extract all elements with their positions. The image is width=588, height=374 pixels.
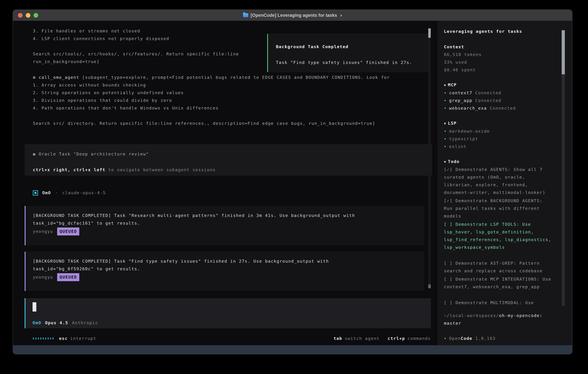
todo-item: [✓] Demonstrate AGENTS: Show all 7 curat… (444, 166, 552, 197)
context-section: Context 66,518 tokens 33% used $0.46 spe… (444, 43, 482, 74)
esc-key-hint: esc (59, 335, 68, 342)
background-task-card: [BACKGROUND TASK COMPLETED] Task "Find t… (25, 252, 424, 291)
window-bottom-bar (13, 345, 572, 354)
lsp-server-row: •markdown-oxide (444, 127, 490, 135)
separator-dot: · (55, 189, 58, 197)
todo-item: [ ] Demonstrate MCP INTEGRATIONS: Use co… (444, 275, 552, 291)
tool-line: 2. String operations on potentially unde… (33, 89, 390, 97)
todo-section-header[interactable]: ▼Todo (444, 158, 552, 166)
window-title-group: [OpenCode] Leveraging agents for tasks ◑ (13, 13, 572, 18)
scrollbar-thumb[interactable] (428, 28, 431, 38)
session-sidebar: Leveraging agents for tasks Context 66,5… (438, 21, 572, 345)
todo-item: [✓] Demonstrate BACKGROUND AGENTS: Run p… (444, 197, 552, 220)
status-dot-icon: • (444, 98, 447, 103)
scrollbar-thumb[interactable] (562, 30, 565, 74)
mcp-section: ▼MCP •context7 Connected •grep_app Conne… (444, 81, 516, 112)
text-cursor (32, 302, 36, 312)
scrollbar-end[interactable] (428, 284, 431, 288)
background-task-notification: Background Task Completed Task "Find typ… (267, 34, 430, 72)
version-row: •OpenCode 1.0.163 (444, 335, 495, 342)
todo-item: [ ] Demonstrate AST-GREP: Pattern search… (444, 260, 552, 275)
fisheye-icon: ◉ (33, 152, 36, 156)
lsp-server-row: •eslint (444, 143, 490, 150)
card-author: yeongyu (33, 273, 53, 281)
workspace-path: ~/local-workspaces/oh-my-opencode: maste… (444, 312, 543, 327)
todo-item: [ ] Demonstrate LSP TOOLS: Use lsp_hover… (444, 220, 552, 251)
chevron-down-icon: ▼ (444, 83, 446, 87)
oracle-task-panel: ◉ Oracle Task "Deep architecture review"… (25, 144, 432, 176)
card-line-2: task_id="bg_dcfac161" to get results. (33, 219, 424, 227)
mcp-server-row: •context7 Connected (444, 89, 516, 97)
message-line: run_in_background=true] (33, 58, 239, 65)
background-task-card: [BACKGROUND TASK COMPLETED] Task "Resear… (25, 206, 424, 245)
brand-bold: Code (461, 336, 472, 341)
notification-body: Task "Find type safety issues" finished … (276, 59, 429, 66)
oracle-hint-keys: ctrl+x right, ctrl+x left (33, 167, 105, 172)
tool-line: 3. Division operations that could divide… (33, 97, 390, 104)
agent-name: OmO (42, 189, 51, 197)
version-number: 1.0.163 (475, 336, 495, 341)
agent-header: OmO · claude-opus-4-5 (33, 189, 106, 197)
context-spent: $0.46 spent (444, 66, 482, 74)
status-dot-icon: • (444, 129, 447, 134)
input-provider: Anthropic (72, 319, 98, 327)
activity-dots (33, 338, 54, 339)
sidebar-scrollbar[interactable] (562, 30, 565, 306)
lsp-server-row: •typescript (444, 135, 490, 143)
workspace-path-prefix: ~/local-workspaces/ (444, 313, 499, 318)
input-model: Opus 4.5 (45, 319, 68, 327)
lsp-section: ▼LSP •markdown-oxide •typescript •eslint (444, 119, 490, 150)
half-circle-icon: ◑ (339, 13, 342, 18)
workspace-branch: master (444, 320, 543, 327)
context-heading: Context (444, 43, 482, 51)
oracle-task-title: Oracle Task "Deep architecture review" (39, 152, 149, 156)
card-line-2: task_id="bg_6f59260c" to get results. (33, 265, 424, 273)
message-line: 4. LSP client connections not properly d… (33, 35, 239, 42)
terminal-window: [OpenCode] Leveraging agents for tasks ◑… (13, 10, 572, 354)
status-dot-icon: • (444, 336, 447, 341)
chat-scrollbar[interactable] (428, 28, 431, 288)
chevron-down-icon: ▼ (444, 160, 446, 164)
folder-icon (243, 13, 248, 17)
statusbar: esc interrupt tab switch agent ctrl+p co… (13, 335, 438, 342)
minimize-button[interactable] (26, 13, 30, 18)
chevron-down-icon: ▼ (444, 122, 446, 125)
status-badge: QUEUED (57, 228, 79, 235)
card-line-1: [BACKGROUND TASK COMPLETED] Task "Find t… (33, 258, 424, 265)
window-title: [OpenCode] Leveraging agents for tasks (251, 13, 337, 18)
tool-line: Search src/ directory. Return specific f… (33, 120, 390, 127)
todo-section: ▼Todo [✓] Demonstrate AGENTS: Show all 7… (444, 158, 552, 307)
context-used: 33% used (444, 58, 482, 66)
brand-light: Open (449, 336, 461, 341)
lsp-section-header[interactable]: ▼LSP (444, 119, 490, 127)
agent-model: claude-opus-4-5 (62, 189, 106, 197)
oracle-hint-text: to navigate between subagent sessions (105, 167, 216, 172)
esc-action-label: interrupt (70, 335, 96, 342)
ctrlp-key-hint: ctrl+p (388, 335, 405, 342)
gear-icon: ⚙ (33, 75, 36, 80)
tab-key-hint: tab (334, 335, 342, 342)
notification-title: Background Task Completed (276, 43, 429, 51)
todo-item: [ ] Demonstrate MULTIMODAL: Use (444, 299, 552, 307)
status-badge: QUEUED (57, 273, 79, 281)
mcp-server-row: •websearch_exa Connected (444, 104, 516, 112)
message-line: Search src/tools/, src/hooks/, src/featu… (33, 50, 239, 58)
tab-action-label: switch agent (345, 335, 379, 342)
tool-name: call_omo_agent (39, 75, 79, 80)
tool-args: [subagent_type=explore, prompt=Find pote… (82, 75, 390, 80)
titlebar: [OpenCode] Leveraging agents for tasks ◑ (13, 10, 572, 21)
mcp-section-header[interactable]: ▼MCP (444, 81, 516, 89)
status-dot-icon: • (444, 90, 447, 95)
maximize-button[interactable] (33, 13, 38, 18)
mcp-server-row: •grep_app Connected (444, 97, 516, 104)
traffic-lights (18, 10, 38, 21)
workspace-repo: oh-my-opencode: (499, 313, 543, 318)
card-line-1: [BACKGROUND TASK COMPLETED] Task "Resear… (33, 212, 424, 219)
tool-line (33, 112, 390, 120)
tool-line: 1. Array access without bounds checking (33, 81, 390, 89)
status-dot-icon: • (444, 136, 447, 141)
status-dot-icon: • (444, 106, 447, 111)
message-text-block: 3. File handles or streams not closed 4.… (33, 27, 239, 65)
close-button[interactable] (18, 13, 22, 18)
prompt-input[interactable]: OmO Opus 4.5 Anthropic (25, 298, 431, 328)
